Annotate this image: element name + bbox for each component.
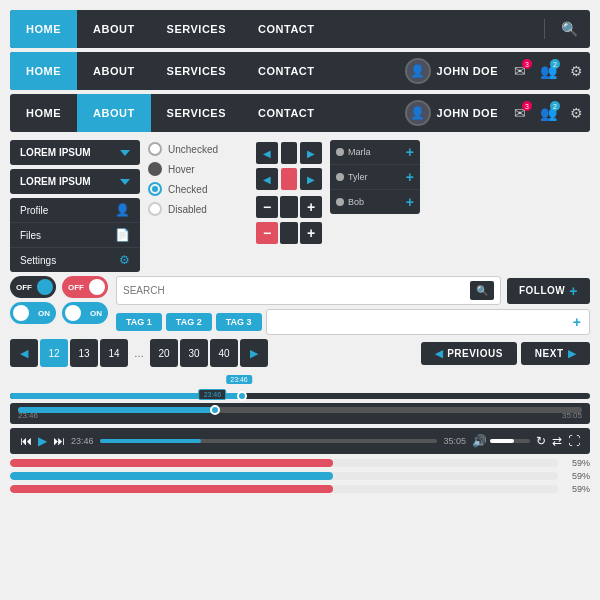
page-40[interactable]: 40 (210, 339, 238, 367)
tag-input[interactable]: + (266, 309, 590, 335)
toggle-on-1[interactable]: ON (10, 302, 56, 324)
plus-btn-1[interactable]: + (300, 196, 322, 218)
cbar-wrap-3[interactable] (10, 485, 558, 493)
arrow-gap-1 (281, 142, 297, 164)
page-prev[interactable]: ◀ (10, 339, 38, 367)
radio-unchecked[interactable]: Unchecked (148, 142, 248, 156)
next-arrow-icon: ▶ (568, 348, 577, 359)
follow-plus-icon: + (569, 283, 578, 299)
nav3-home[interactable]: HOME (10, 94, 77, 132)
pm-gap-1 (280, 196, 298, 218)
progress-bar-2[interactable]: 23:46 (18, 407, 582, 413)
fastforward-button[interactable]: ⏭ (53, 434, 65, 448)
nav3-about[interactable]: ABOUT (77, 94, 151, 132)
menu-files[interactable]: Files 📄 (10, 223, 140, 248)
page-14[interactable]: 14 (100, 339, 128, 367)
mail-button-3[interactable]: ✉ 3 (506, 99, 534, 127)
arrow-right-2[interactable]: ▶ (300, 168, 322, 190)
shuffle-button[interactable]: ⇄ (552, 434, 562, 448)
nav1-about[interactable]: ABOUT (77, 10, 151, 48)
search-icon[interactable]: 🔍 (549, 21, 590, 37)
toggle-redoff[interactable]: OFF (62, 276, 108, 298)
users-button-3[interactable]: 👥 2 (534, 99, 562, 127)
user-add-tyler[interactable]: + (406, 169, 414, 185)
toggle-off-1[interactable]: OFF (10, 276, 56, 298)
controls-col: ◀ ▶ ◀ ▶ − + − + (256, 140, 322, 244)
nav1-services[interactable]: SERVICES (151, 10, 242, 48)
cbar-wrap-1[interactable] (10, 459, 558, 467)
arrow-gap-2 (281, 168, 297, 190)
progress-bar-1[interactable]: 23:46 (10, 393, 590, 399)
user-item-marla[interactable]: Marla + (330, 140, 420, 165)
users-button[interactable]: 👥 2 (534, 57, 562, 85)
dropdown-1[interactable]: LOREM IPSUM (10, 140, 140, 165)
search-input[interactable] (123, 285, 466, 296)
page-12[interactable]: 12 (40, 339, 68, 367)
nav2-home[interactable]: HOME (10, 52, 77, 90)
menu-settings[interactable]: Settings ⚙ (10, 248, 140, 272)
tag-3[interactable]: TAG 3 (216, 313, 262, 331)
nav1-contact[interactable]: CONTACT (242, 10, 330, 48)
user-add-marla[interactable]: + (406, 144, 414, 160)
tag-add-icon[interactable]: + (573, 314, 581, 330)
minus-btn-1[interactable]: − (256, 196, 278, 218)
navbar-3: HOME ABOUT SERVICES CONTACT 👤 JOHN DOE ✉… (10, 94, 590, 132)
arrow-left-1[interactable]: ◀ (256, 142, 278, 164)
volume-icon[interactable]: 🔊 (472, 434, 487, 448)
progress-label-1: 23:46 (226, 375, 252, 384)
user-dot-2 (336, 173, 344, 181)
play-button[interactable]: ▶ (38, 434, 47, 448)
widgets-row: LOREM IPSUM LOREM IPSUM Profile 👤 Files … (10, 140, 590, 272)
dropdown-group: LOREM IPSUM LOREM IPSUM Profile 👤 Files … (10, 140, 140, 272)
nav3-services[interactable]: SERVICES (151, 94, 242, 132)
settings-button[interactable]: ⚙ (562, 57, 590, 85)
radio-group: Unchecked Hover Checked Disabled (148, 140, 248, 216)
radio-hover[interactable]: Hover (148, 162, 248, 176)
plusminus-controls: − + − + (256, 194, 322, 244)
cbar-fill-1 (10, 459, 333, 467)
tag-1[interactable]: TAG 1 (116, 313, 162, 331)
plus-btn-2[interactable]: + (300, 222, 322, 244)
mail-button[interactable]: ✉ 3 (506, 57, 534, 85)
dropdown-2[interactable]: LOREM IPSUM (10, 169, 140, 194)
toggle-on-2[interactable]: ON (62, 302, 108, 324)
prev-button[interactable]: ◀ PREVIOUS (421, 342, 517, 365)
page-next[interactable]: ▶ (240, 339, 268, 367)
page-13[interactable]: 13 (70, 339, 98, 367)
user-item-tyler[interactable]: Tyler + (330, 165, 420, 190)
search-button[interactable]: 🔍 (470, 281, 494, 300)
users-badge-3: 2 (550, 101, 560, 111)
follow-button[interactable]: FOLLOW + (507, 278, 590, 304)
nav2-about[interactable]: ABOUT (77, 52, 151, 90)
nav2-contact[interactable]: CONTACT (242, 52, 330, 90)
navbar-2: HOME ABOUT SERVICES CONTACT 👤 JOHN DOE ✉… (10, 52, 590, 90)
rewind-button[interactable]: ⏮ (20, 434, 32, 448)
progress-thumb-2[interactable]: 23:46 (210, 405, 220, 415)
minus-btn-2[interactable]: − (256, 222, 278, 244)
nav1-home[interactable]: HOME (10, 10, 77, 48)
cbar-pct-1: 59% (564, 458, 590, 468)
cbar-wrap-2[interactable] (10, 472, 558, 480)
nav3-contact[interactable]: CONTACT (242, 94, 330, 132)
dropdown-menu: Profile 👤 Files 📄 Settings ⚙ (10, 198, 140, 272)
repeat-button[interactable]: ↻ (536, 434, 546, 448)
dropdown-arrow-1 (120, 150, 130, 156)
player-progress-bar[interactable] (100, 439, 438, 443)
progress-label-2: 23:46 (199, 389, 227, 400)
page-20[interactable]: 20 (150, 339, 178, 367)
progress-thumb-1[interactable]: 23:46 (237, 391, 247, 401)
arrow-right-1[interactable]: ▶ (300, 142, 322, 164)
settings-button-3[interactable]: ⚙ (562, 99, 590, 127)
radio-checked[interactable]: Checked (148, 182, 248, 196)
page-30[interactable]: 30 (180, 339, 208, 367)
tag-2[interactable]: TAG 2 (166, 313, 212, 331)
menu-profile[interactable]: Profile 👤 (10, 198, 140, 223)
arrow-left-2[interactable]: ◀ (256, 168, 278, 190)
user-item-bob[interactable]: Bob + (330, 190, 420, 214)
search-box[interactable]: 🔍 (116, 276, 501, 305)
nav2-services[interactable]: SERVICES (151, 52, 242, 90)
volume-bar[interactable] (490, 439, 530, 443)
next-button[interactable]: NEXT ▶ (521, 342, 590, 365)
expand-button[interactable]: ⛶ (568, 434, 580, 448)
user-add-bob[interactable]: + (406, 194, 414, 210)
